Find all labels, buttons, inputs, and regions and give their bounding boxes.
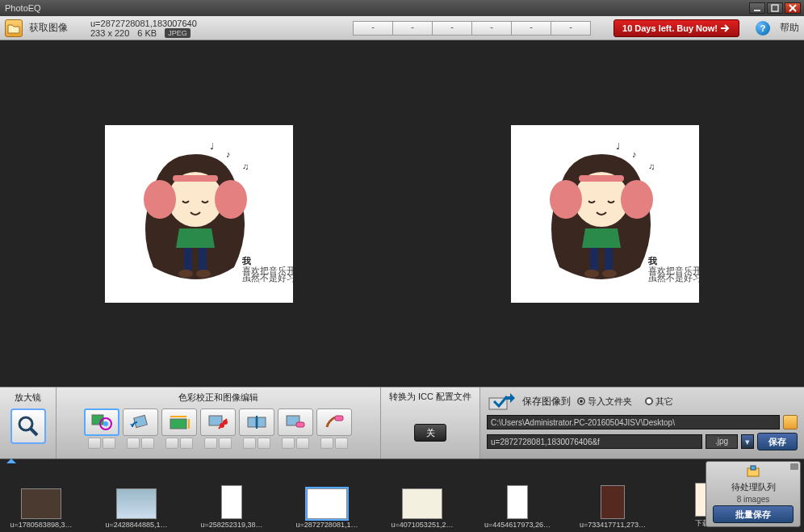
- save-to-label: 保存图像到: [522, 395, 571, 408]
- buy-now-button[interactable]: 10 Days left. Buy Now!: [613, 19, 739, 37]
- batch-save-button[interactable]: 批量保存: [713, 505, 794, 523]
- filmstrip-item-2[interactable]: u=258252319,38…: [195, 485, 268, 529]
- tool-brush[interactable]: [316, 408, 352, 436]
- image-size: 6 KB: [137, 28, 157, 38]
- svg-point-26: [584, 270, 599, 278]
- tool-brush-sub1[interactable]: [320, 438, 333, 449]
- preview-image-left: ♪ ♫ ♩ 我 喜欢把音乐开很大声 虽然不是好习惯: [105, 125, 293, 303]
- tool-rotate[interactable]: [123, 408, 158, 436]
- tool-erase-sub1[interactable]: [282, 438, 295, 449]
- segment-buttons: - - - - - -: [354, 21, 591, 36]
- svg-text:♩: ♩: [210, 141, 214, 151]
- svg-point-27: [602, 270, 617, 278]
- convert-off-button[interactable]: 关: [414, 424, 446, 442]
- preview-area: ♪ ♫ ♩ 我 喜欢把音乐开很大声 虽然不是好习惯 ♪ ♫ ♩ 我: [0, 40, 804, 387]
- svg-rect-39: [134, 415, 148, 427]
- tool-rotate-sub2[interactable]: [141, 438, 154, 449]
- save-button[interactable]: 保存: [757, 433, 798, 450]
- svg-point-38: [103, 421, 108, 426]
- tool-straighten-sub1[interactable]: [243, 438, 256, 449]
- tool-resize-sub2[interactable]: [180, 438, 193, 449]
- tool-resize[interactable]: [161, 408, 197, 436]
- seg-btn-2[interactable]: -: [432, 21, 472, 36]
- svg-text:♫: ♫: [242, 161, 249, 171]
- tool-color-correct[interactable]: [84, 408, 119, 436]
- svg-rect-53: [335, 416, 343, 421]
- tool-rotate-sub1[interactable]: [127, 438, 140, 449]
- seg-btn-0[interactable]: -: [353, 21, 393, 36]
- svg-text:虽然不是好习惯: 虽然不是好习惯: [648, 273, 699, 283]
- save-filename-input[interactable]: [487, 434, 702, 449]
- svg-point-6: [144, 180, 176, 219]
- filmstrip-item-1[interactable]: u=2428844885,1…: [100, 488, 173, 529]
- svg-rect-48: [248, 417, 256, 427]
- svg-text:虽然不是好习惯: 虽然不是好习惯: [242, 273, 293, 283]
- browse-folder-button[interactable]: [783, 415, 798, 429]
- svg-point-12: [196, 270, 211, 278]
- tool-crop-sub1[interactable]: [204, 438, 217, 449]
- help-label: 帮助: [780, 21, 799, 35]
- svg-rect-52: [296, 422, 304, 427]
- tool-color-correct-sub2[interactable]: [103, 438, 115, 449]
- filmstrip-item-0[interactable]: u=1780583898,3…: [5, 488, 77, 529]
- arrow-right-icon: [721, 24, 731, 32]
- svg-text:♪: ♪: [632, 149, 637, 159]
- filmstrip: u=1780583898,3… u=2428844885,1… u=258252…: [0, 459, 804, 532]
- seg-btn-3[interactable]: -: [471, 21, 512, 36]
- color-edit-label: 色彩校正和图像编辑: [178, 391, 258, 404]
- radio-import-folder[interactable]: 导入文件夹: [577, 396, 632, 408]
- filmstrip-item-4[interactable]: u=4071053251,2…: [386, 488, 459, 529]
- close-button[interactable]: [785, 2, 801, 14]
- svg-text:♪: ♪: [226, 149, 231, 159]
- tool-straighten[interactable]: [239, 408, 274, 436]
- queue-collapse-icon[interactable]: [790, 463, 798, 470]
- filmstrip-indicator-icon: [6, 459, 16, 463]
- svg-rect-10: [199, 248, 207, 270]
- tool-straighten-sub2[interactable]: [258, 438, 270, 449]
- tool-crop-sub2[interactable]: [219, 438, 232, 449]
- image-format-badge: JPEG: [165, 28, 191, 38]
- tool-erase-sub2[interactable]: [296, 438, 309, 449]
- filmstrip-item-3[interactable]: u=2872728081,1…: [291, 488, 363, 529]
- svg-rect-1: [772, 5, 778, 11]
- open-image-label: 获取图像: [29, 21, 68, 35]
- tool-erase[interactable]: [278, 408, 313, 436]
- filmstrip-item-5[interactable]: u=4454617973,26…: [481, 485, 554, 529]
- magnifier-button[interactable]: [10, 408, 46, 444]
- svg-rect-24: [590, 248, 598, 270]
- folder-icon: [7, 23, 20, 34]
- queue-count: 8 images: [737, 495, 770, 504]
- tool-brush-sub2[interactable]: [335, 438, 348, 449]
- app-title: PhotoEQ: [3, 3, 747, 13]
- image-info: u=2872728081,183007640 233 x 220 6 KB JP…: [90, 19, 197, 38]
- seg-btn-4[interactable]: -: [511, 21, 551, 36]
- tool-crop[interactable]: [200, 408, 236, 436]
- svg-point-34: [19, 417, 32, 430]
- preview-image-right: ♪ ♫ ♩ 我 喜欢把音乐开很大声 虽然不是好习惯: [511, 125, 699, 303]
- radio-other[interactable]: 其它: [645, 396, 673, 408]
- tool-resize-sub1[interactable]: [165, 438, 178, 449]
- svg-rect-49: [258, 417, 266, 427]
- tool-color-correct-sub1[interactable]: [88, 438, 101, 449]
- help-icon[interactable]: ?: [756, 21, 770, 36]
- buy-now-label: 10 Days left. Buy Now!: [622, 23, 718, 33]
- seg-btn-1[interactable]: -: [392, 21, 433, 36]
- extension-select[interactable]: .jpg: [706, 434, 738, 449]
- seg-btn-5[interactable]: -: [551, 21, 591, 36]
- magnifier-label: 放大镜: [15, 391, 41, 404]
- open-image-button[interactable]: [5, 19, 23, 37]
- svg-point-7: [215, 180, 247, 219]
- svg-point-21: [550, 180, 582, 219]
- image-dims: 233 x 220: [90, 28, 129, 38]
- queue-panel: 待处理队列 8 images 批量保存: [706, 461, 801, 527]
- minimize-button[interactable]: [749, 2, 765, 14]
- svg-point-11: [178, 270, 193, 278]
- maximize-button[interactable]: [767, 2, 783, 14]
- convert-icc-label: 转换为 ICC 配置文件: [389, 391, 471, 403]
- svg-rect-23: [579, 175, 624, 182]
- extension-dropdown-button[interactable]: ▾: [741, 434, 754, 449]
- svg-line-35: [31, 429, 37, 435]
- save-path-input[interactable]: [487, 415, 780, 429]
- svg-text:我: 我: [647, 256, 657, 266]
- filmstrip-item-6[interactable]: u=733417711,273…: [576, 485, 649, 529]
